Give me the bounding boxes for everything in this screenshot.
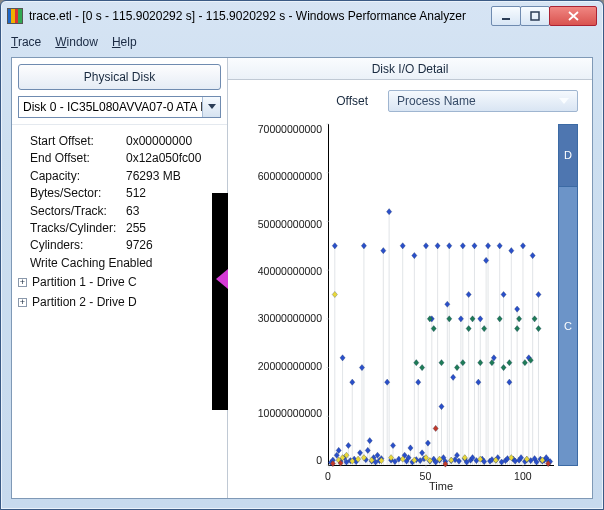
client-area: Physical Disk Disk 0 - IC35L080AVVA07-0 … (11, 57, 593, 499)
svg-rect-1 (531, 12, 539, 20)
triangle-down-icon (559, 94, 569, 108)
maximize-button[interactable] (520, 6, 550, 26)
partition1-row[interactable]: + Partition 1 - Drive C (18, 274, 215, 291)
titlebar[interactable]: trace.etl - [0 s - 115.9020292 s] - 115.… (1, 1, 603, 31)
chart-area: 7000000000060000000000500000000004000000… (228, 118, 584, 492)
menu-help[interactable]: Help (112, 35, 137, 49)
partition-d-segment[interactable]: D (558, 124, 578, 186)
disk-select-value: Disk 0 - IC35L080AVVA07-0 ATA D (23, 100, 209, 114)
svg-rect-0 (502, 18, 510, 20)
y-axis-label: Offset (310, 94, 368, 108)
partition-bar: D C (558, 124, 578, 466)
app-icon (7, 8, 23, 24)
left-panel: Physical Disk Disk 0 - IC35L080AVVA07-0 … (12, 58, 228, 498)
plus-icon[interactable]: + (18, 278, 27, 287)
menu-trace[interactable]: Trace (11, 35, 41, 49)
scatter-plot[interactable] (328, 124, 554, 466)
series-dropdown[interactable]: Process Name (388, 90, 578, 112)
physical-disk-button[interactable]: Physical Disk (18, 64, 221, 90)
write-caching-label: Write Caching Enabled (30, 255, 215, 272)
disk-select[interactable]: Disk 0 - IC35L080AVVA07-0 ATA D (18, 96, 221, 118)
partition-c-segment[interactable]: C (558, 186, 578, 466)
chevron-down-icon (202, 97, 220, 117)
chart-title: Disk I/O Detail (228, 58, 592, 80)
window-title: trace.etl - [0 s - 115.9020292 s] - 115.… (29, 9, 492, 23)
close-button[interactable] (549, 6, 597, 26)
menu-window[interactable]: Window (55, 35, 98, 49)
minimize-button[interactable] (491, 6, 521, 26)
x-ticks: 100500 Time (328, 470, 554, 492)
disk-info: Start Offset:0x00000000 End Offset:0x12a… (12, 124, 227, 498)
y-ticks: 7000000000060000000000500000000004000000… (228, 124, 322, 466)
plus-icon[interactable]: + (18, 298, 27, 307)
main-window: trace.etl - [0 s - 115.9020292 s] - 115.… (0, 0, 604, 510)
menubar: Trace Window Help (1, 31, 603, 53)
range-slider[interactable] (212, 193, 228, 410)
partition2-row[interactable]: + Partition 2 - Drive D (18, 294, 215, 311)
series-dropdown-value: Process Name (397, 94, 476, 108)
right-panel: Disk I/O Detail Offset Process Name 7000… (228, 58, 592, 498)
